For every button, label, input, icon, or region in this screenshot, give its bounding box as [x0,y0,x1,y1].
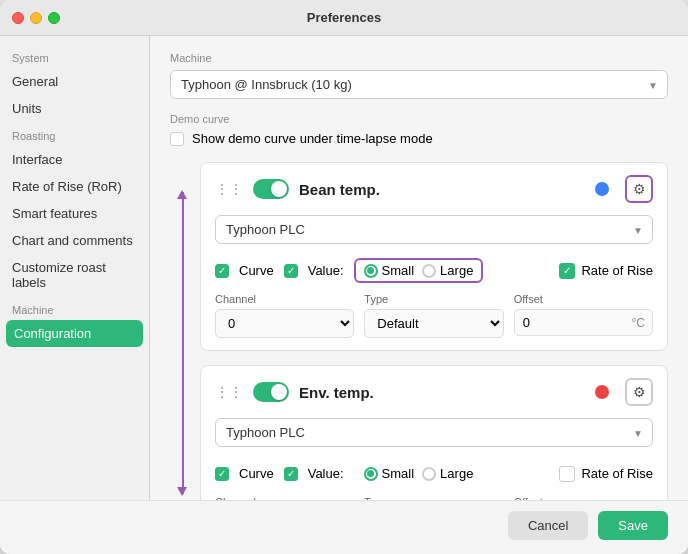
sidebar-item-customize-roast[interactable]: Customize roast labels [0,254,149,296]
window-title: Preferences [307,10,381,25]
channel1-grid: Channel 0 Type [215,293,653,338]
content-area: System General Units Roasting Interface … [0,36,688,500]
footer: Cancel Save [0,500,688,554]
cancel-button[interactable]: Cancel [508,511,588,540]
sidebar-section-system: System [0,44,149,68]
channel1-settings-button[interactable]: ⚙ [625,175,653,203]
channel2-small-radio-inner [367,470,374,477]
channel1-channel-input-wrap: 0 [215,309,354,338]
channel1-provider-select[interactable]: Typhoon PLC [215,215,653,244]
channel2-toggle-knob [271,384,287,400]
demo-curve-checkbox-label: Show demo curve under time-lapse mode [192,131,433,146]
channel1-toggle-knob [271,181,287,197]
channel1-small-label: Small [382,263,415,278]
channel1-ror-label: Rate of Rise [581,263,653,278]
channel2-block: ⋮⋮ Env. temp. ⚙ Typhoon PLC [200,365,668,500]
demo-curve-label: Demo curve [170,113,668,125]
machine-select-wrapper: Typhoon @ Innsbruck (10 kg) ▼ [170,70,668,99]
channel2-channel-label: Channel [215,496,354,500]
channel2-size-radio-group: Small Large [354,461,484,486]
channel2-controls: ✓ Curve ✓ Value: Small [215,461,653,486]
channel1-large-radio-outer [422,264,436,278]
channel2-drag-handle[interactable]: ⋮⋮ [215,384,243,400]
traffic-lights [12,12,60,24]
channel1-value-checkbox[interactable]: ✓ [284,264,298,278]
channel2-large-radio[interactable]: Large [422,466,473,481]
channel2-large-label: Large [440,466,473,481]
sidebar-item-general[interactable]: General [0,68,149,95]
close-button[interactable] [12,12,24,24]
channel2-grid: Channel 1 Type [215,496,653,500]
demo-curve-row: Show demo curve under time-lapse mode [170,131,668,146]
demo-curve-checkbox[interactable] [170,132,184,146]
channel1-offset-field: Offset °C [514,293,653,338]
channel1-color-dot [595,182,609,196]
channel2-ror-wrapper: Rate of Rise [559,466,653,482]
channel2-value-label: Value: [308,466,344,481]
channel1-toggle[interactable] [253,179,289,199]
channel1-small-radio-inner [367,267,374,274]
channel1-type-input-wrap: Default [364,309,503,338]
channel1-small-radio-outer [364,264,378,278]
channel2-small-label: Small [382,466,415,481]
channel2-channel-field: Channel 1 [215,496,354,500]
sidebar-item-units[interactable]: Units [0,95,149,122]
machine-label: Machine [170,52,668,64]
arrow-line [182,192,184,494]
preferences-window: Preferences System General Units Roastin… [0,0,688,554]
demo-curve-section: Demo curve Show demo curve under time-la… [170,113,668,146]
sidebar-item-configuration[interactable]: Configuration [6,320,143,347]
channel2-value-checkbox[interactable]: ✓ [284,467,298,481]
channel1-block: ⋮⋮ Bean temp. ⚙ Typhoon PLC [200,162,668,351]
channel2-curve-label: Curve [239,466,274,481]
channel1-large-label: Large [440,263,473,278]
channel1-header: ⋮⋮ Bean temp. ⚙ [215,175,653,203]
channels-area: ⋮⋮ Bean temp. ⚙ Typhoon PLC [170,162,668,500]
channel1-offset-label: Offset [514,293,653,305]
channel1-curve-checkbox[interactable]: ✓ [215,264,229,278]
channel1-channel-field: Channel 0 [215,293,354,338]
channel2-type-field: Type Default [364,496,503,500]
channel1-controls: ✓ Curve ✓ Value: Small [215,258,653,283]
channel1-value-label: Value: [308,263,344,278]
maximize-button[interactable] [48,12,60,24]
channel2-offset-field: Offset °C [514,496,653,500]
sidebar-item-rate-of-rise[interactable]: Rate of Rise (RoR) [0,173,149,200]
machine-select[interactable]: Typhoon @ Innsbruck (10 kg) [170,70,668,99]
channel1-title: Bean temp. [299,181,380,198]
channel2-large-radio-outer [422,467,436,481]
channel1-channel-select[interactable]: 0 [215,309,354,338]
channel2-small-radio[interactable]: Small [364,466,415,481]
sidebar: System General Units Roasting Interface … [0,36,150,500]
channel2-provider-wrapper: Typhoon PLC ▼ [215,418,653,447]
channel2-provider-select[interactable]: Typhoon PLC [215,418,653,447]
channel1-type-field: Type Default [364,293,503,338]
channel1-large-radio[interactable]: Large [422,263,473,278]
channel1-size-radio-group: Small Large [354,258,484,283]
channel1-ror-checkbox[interactable]: ✓ [559,263,575,279]
channel2-curve-checkbox[interactable]: ✓ [215,467,229,481]
sidebar-item-smart-features[interactable]: Smart features [0,200,149,227]
channel1-small-radio[interactable]: Small [364,263,415,278]
arrow-head-down [177,487,187,496]
sidebar-item-interface[interactable]: Interface [0,146,149,173]
channel1-offset-unit: °C [632,316,645,330]
channel2-ror-checkbox[interactable] [559,466,575,482]
titlebar: Preferences [0,0,688,36]
channel2-offset-label: Offset [514,496,653,500]
channel2-ror-label: Rate of Rise [581,466,653,481]
channel1-curve-label: Curve [239,263,274,278]
sidebar-section-roasting: Roasting [0,122,149,146]
channel2-settings-button[interactable]: ⚙ [625,378,653,406]
channel2-type-label: Type [364,496,503,500]
channel1-drag-handle[interactable]: ⋮⋮ [215,181,243,197]
sidebar-item-chart-comments[interactable]: Chart and comments [0,227,149,254]
minimize-button[interactable] [30,12,42,24]
channels-content: ⋮⋮ Bean temp. ⚙ Typhoon PLC [170,162,668,500]
save-button[interactable]: Save [598,511,668,540]
channel1-type-select[interactable]: Default [364,309,503,338]
channel1-channel-label: Channel [215,293,354,305]
arrow-head-up [177,190,187,199]
channel1-type-label: Type [364,293,503,305]
channel2-toggle[interactable] [253,382,289,402]
